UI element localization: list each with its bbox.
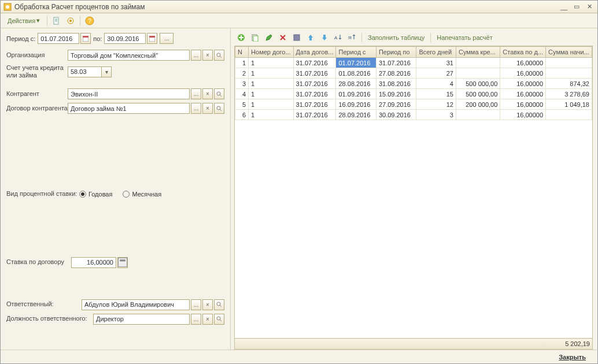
fill-table-button[interactable]: Заполнить таблицу bbox=[366, 34, 427, 41]
table-cell[interactable]: 1 bbox=[249, 110, 294, 120]
col-accrued[interactable]: Сумма начи... bbox=[546, 47, 592, 58]
table-cell[interactable] bbox=[456, 110, 500, 120]
ellipsis-button[interactable]: ... bbox=[191, 299, 201, 310]
table-cell[interactable]: 500 000,00 bbox=[456, 79, 500, 89]
move-up-icon[interactable] bbox=[305, 32, 316, 43]
table-cell[interactable]: 4 bbox=[416, 79, 456, 89]
table-cell[interactable] bbox=[546, 68, 592, 79]
table-cell[interactable]: 16,00000 bbox=[500, 99, 546, 110]
move-down-icon[interactable] bbox=[319, 32, 330, 43]
table-cell[interactable]: 1 bbox=[249, 89, 294, 99]
table-cell[interactable] bbox=[456, 68, 500, 79]
org-input[interactable] bbox=[68, 50, 190, 61]
table-cell[interactable]: 31.07.2016 bbox=[293, 79, 336, 89]
table-cell[interactable]: 16,00000 bbox=[500, 89, 546, 99]
maximize-button[interactable]: ▭ bbox=[571, 2, 582, 12]
search-icon[interactable] bbox=[214, 314, 224, 325]
table-cell[interactable]: 5 bbox=[235, 99, 249, 110]
close-button[interactable]: Закрыть bbox=[554, 352, 590, 362]
ellipsis-button[interactable]: ... bbox=[191, 88, 201, 99]
col-period-to[interactable]: Период по bbox=[376, 47, 416, 58]
table-cell[interactable]: 01.09.2016 bbox=[336, 89, 376, 99]
copy-row-icon[interactable] bbox=[249, 32, 261, 43]
table-cell[interactable]: 15.09.2016 bbox=[376, 89, 416, 99]
responsible-input[interactable] bbox=[82, 299, 190, 310]
table-cell[interactable]: 01.08.2016 bbox=[336, 68, 376, 79]
table-cell[interactable]: 2 bbox=[235, 68, 249, 79]
table-cell[interactable]: 31.07.2016 bbox=[293, 58, 336, 68]
table-cell[interactable]: 31.07.2016 bbox=[293, 89, 336, 99]
table-cell[interactable]: 28.09.2016 bbox=[336, 110, 376, 120]
col-doc-date[interactable]: Дата догов... bbox=[293, 47, 336, 58]
search-icon[interactable] bbox=[214, 50, 224, 61]
col-doc-num[interactable]: Номер дого... bbox=[249, 47, 294, 58]
ellipsis-button[interactable]: ... bbox=[191, 50, 201, 61]
table-cell[interactable]: 27.08.2016 bbox=[376, 68, 416, 79]
table-cell[interactable]: 31.07.2016 bbox=[293, 99, 336, 110]
period-to-input[interactable] bbox=[104, 33, 146, 44]
search-icon[interactable] bbox=[214, 103, 224, 114]
save-icon[interactable] bbox=[291, 32, 302, 43]
table-cell[interactable]: 1 bbox=[235, 58, 249, 68]
search-icon[interactable] bbox=[214, 299, 224, 310]
contract-input[interactable] bbox=[68, 103, 190, 114]
table-cell[interactable]: 01.07.2016 bbox=[336, 58, 376, 68]
account-input[interactable] bbox=[68, 66, 101, 77]
table-cell[interactable]: 16.09.2016 bbox=[336, 99, 376, 110]
table-cell[interactable]: 12 bbox=[416, 99, 456, 110]
col-credit-sum[interactable]: Сумма кре... bbox=[456, 47, 500, 58]
table-cell[interactable]: 500 000,00 bbox=[456, 89, 500, 99]
edit-row-icon[interactable] bbox=[263, 32, 275, 43]
table-row[interactable]: 3131.07.201628.08.201631.08.20164500 000… bbox=[235, 79, 592, 89]
document-icon[interactable] bbox=[51, 15, 62, 27]
table-cell[interactable]: 16,00000 bbox=[500, 110, 546, 120]
table-cell[interactable]: 16,00000 bbox=[500, 68, 546, 79]
position-input[interactable] bbox=[93, 314, 190, 325]
clear-button[interactable]: × bbox=[202, 88, 213, 99]
help-icon[interactable]: ? bbox=[84, 15, 95, 27]
clear-button[interactable]: × bbox=[202, 299, 213, 310]
contract-rate-input[interactable] bbox=[71, 257, 116, 268]
print-calc-button[interactable]: Напечатать расчёт bbox=[434, 34, 495, 41]
table-row[interactable]: 6131.07.201628.09.201630.09.2016316,0000… bbox=[235, 110, 592, 120]
table-cell[interactable]: 31.07.2016 bbox=[376, 58, 416, 68]
table-cell[interactable] bbox=[546, 58, 592, 68]
table-cell[interactable]: 31.07.2016 bbox=[293, 68, 336, 79]
table-cell[interactable]: 3 bbox=[416, 110, 456, 120]
table-cell[interactable]: 1 bbox=[249, 79, 294, 89]
rate-yearly-radio[interactable]: Годовая bbox=[79, 191, 112, 198]
period-more-button[interactable]: ... bbox=[160, 33, 174, 44]
table-row[interactable]: 2131.07.201601.08.201627.08.20162716,000… bbox=[235, 68, 592, 79]
col-days[interactable]: Всего дней bbox=[416, 47, 456, 58]
table-cell[interactable]: 30.09.2016 bbox=[376, 110, 416, 120]
search-icon[interactable] bbox=[214, 88, 224, 99]
clear-button[interactable]: × bbox=[202, 50, 213, 61]
delete-row-icon[interactable] bbox=[277, 32, 289, 43]
table-cell[interactable]: 3 278,69 bbox=[546, 89, 592, 99]
counterparty-input[interactable] bbox=[68, 88, 190, 99]
col-period-from[interactable]: Период с bbox=[336, 47, 376, 58]
minimize-button[interactable]: __ bbox=[558, 2, 570, 12]
table-cell[interactable]: 28.08.2016 bbox=[336, 79, 376, 89]
rate-monthly-radio[interactable]: Месячная bbox=[123, 191, 161, 198]
table-cell[interactable]: 15 bbox=[416, 89, 456, 99]
table-cell[interactable]: 200 000,00 bbox=[456, 99, 500, 110]
table-cell[interactable] bbox=[456, 58, 500, 68]
ellipsis-button[interactable]: ... bbox=[191, 314, 201, 325]
table-cell[interactable]: 1 bbox=[249, 68, 294, 79]
table-cell[interactable]: 31 bbox=[416, 58, 456, 68]
calendar-icon[interactable] bbox=[80, 33, 91, 44]
calculator-icon[interactable] bbox=[117, 257, 128, 268]
table-cell[interactable]: 3 bbox=[235, 79, 249, 89]
table-cell[interactable]: 4 bbox=[235, 89, 249, 99]
clear-button[interactable]: × bbox=[202, 103, 213, 114]
ellipsis-button[interactable]: ... bbox=[191, 103, 201, 114]
table-cell[interactable]: 874,32 bbox=[546, 79, 592, 89]
actions-menu[interactable]: Действия ▾ bbox=[4, 16, 43, 25]
table-cell[interactable]: 31.07.2016 bbox=[293, 110, 336, 120]
table-cell[interactable]: 1 049,18 bbox=[546, 99, 592, 110]
table-row[interactable]: 1131.07.201601.07.201631.07.20163116,000… bbox=[235, 58, 592, 68]
table-cell[interactable]: 27 bbox=[416, 68, 456, 79]
dropdown-button[interactable]: ▾ bbox=[101, 66, 112, 77]
sort-asc-icon[interactable]: A bbox=[333, 32, 344, 43]
